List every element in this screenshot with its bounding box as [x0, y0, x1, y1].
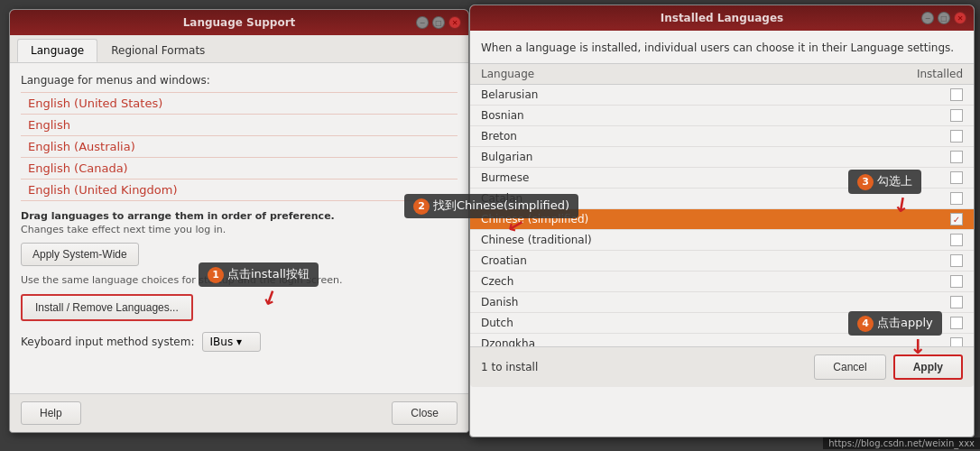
language-section-label: Language for menus and windows: [21, 74, 458, 87]
language-table-body[interactable]: BelarusianBosnianBretonBulgarianBurmeseC… [470, 85, 974, 346]
close-button-left[interactable]: ✕ [448, 16, 461, 29]
install-checkbox[interactable] [950, 337, 963, 346]
drag-sub: Changes take effect next time you log in… [21, 224, 458, 235]
install-checkbox[interactable] [950, 234, 963, 246]
keyboard-row: Keyboard input method system: IBus ▾ [21, 332, 458, 352]
language-name: Dzongkha [481, 337, 535, 346]
language-name: Belarusian [481, 88, 538, 101]
language-name: Chinese (traditional) [481, 234, 592, 246]
left-window-footer: Help Close [10, 393, 468, 432]
tab-regional-formats[interactable]: Regional Formats [97, 39, 218, 62]
language-name: Burmese [481, 171, 529, 184]
installed-languages-window: Installed Languages − □ ✕ When a languag… [469, 5, 975, 437]
right-window-footer: 1 to install Cancel Apply [470, 346, 974, 387]
language-name: Bulgarian [481, 151, 532, 163]
language-name: Bosnian [481, 109, 524, 122]
table-row[interactable]: Chinese (traditional) [470, 230, 974, 251]
desktop: Language Support − □ ✕ Language Regional… [0, 0, 980, 451]
keyboard-label: Keyboard input method system: [21, 336, 195, 348]
language-name: Chinese (simplified) [481, 213, 588, 226]
installed-col-header: Installed [917, 68, 963, 80]
apply-system-wide-button[interactable]: Apply System-Wide [21, 243, 139, 266]
language-name: Breton [481, 130, 517, 143]
minimize-button[interactable]: − [416, 16, 429, 29]
language-name: Dutch [481, 317, 513, 329]
close-button[interactable]: Close [392, 401, 458, 425]
install-checkbox[interactable] [950, 130, 963, 143]
table-header: Language Installed [470, 63, 974, 85]
left-window-content: Language for menus and windows: English … [10, 63, 468, 393]
maximize-button-right[interactable]: □ [938, 12, 950, 24]
install-checkbox[interactable] [950, 254, 963, 267]
use-same-label: Use the same language choices for startu… [21, 273, 458, 287]
info-text: When a language is installed, individual… [470, 31, 974, 63]
list-item[interactable]: English (Australia) [21, 136, 458, 158]
install-checkbox[interactable] [950, 171, 963, 184]
right-titlebar: Installed Languages − □ ✕ [470, 5, 974, 31]
table-row[interactable]: Danish [470, 292, 974, 313]
tab-bar: Language Regional Formats [10, 35, 468, 63]
install-checkbox[interactable] [950, 317, 963, 329]
url-bar: https://blog.csdn.net/weixin_xxx [823, 437, 980, 449]
language-list: English (United States) English English … [21, 92, 458, 201]
install-status: 1 to install [481, 361, 538, 373]
table-row[interactable]: Bulgarian [470, 147, 974, 168]
list-item[interactable]: English (United States) [21, 92, 458, 115]
right-window-buttons: − □ ✕ [921, 12, 966, 24]
minimize-button-right[interactable]: − [921, 12, 934, 24]
table-row[interactable]: Dutch [470, 313, 974, 334]
install-checkbox[interactable] [950, 151, 963, 163]
cancel-button[interactable]: Cancel [814, 354, 885, 380]
list-item[interactable]: English (United Kingdom) [21, 179, 458, 201]
install-checkbox[interactable]: ✓ [950, 213, 963, 226]
drag-note: Drag languages to arrange them in order … [21, 210, 458, 222]
language-name: Catalan [481, 192, 522, 205]
list-item[interactable]: English (Canada) [21, 158, 458, 179]
language-name: Danish [481, 296, 518, 308]
language-name: Croatian [481, 254, 527, 267]
language-col-header: Language [481, 68, 534, 80]
left-window-buttons: − □ ✕ [416, 16, 461, 29]
install-checkbox[interactable] [950, 109, 963, 122]
table-row[interactable]: Belarusian [470, 85, 974, 106]
language-support-window: Language Support − □ ✕ Language Regional… [9, 9, 469, 433]
install-checkbox[interactable] [950, 88, 963, 101]
close-button-right[interactable]: ✕ [954, 12, 966, 24]
apply-button[interactable]: Apply [893, 354, 963, 380]
maximize-button[interactable]: □ [432, 16, 445, 29]
table-row[interactable]: Croatian [470, 251, 974, 272]
keyboard-select[interactable]: IBus ▾ [202, 332, 261, 352]
right-window-title: Installed Languages [661, 12, 784, 24]
table-row[interactable]: Chinese (simplified)✓ [470, 209, 974, 230]
install-checkbox[interactable] [950, 192, 963, 205]
left-window-title: Language Support [183, 16, 296, 29]
table-row[interactable]: Dzongkha [470, 334, 974, 346]
table-row[interactable]: Burmese [470, 168, 974, 189]
install-checkbox[interactable] [950, 275, 963, 288]
install-checkbox[interactable] [950, 296, 963, 308]
left-titlebar: Language Support − □ ✕ [10, 10, 468, 35]
tab-language[interactable]: Language [17, 39, 97, 62]
install-remove-languages-button[interactable]: Install / Remove Languages... [21, 294, 193, 321]
help-button[interactable]: Help [21, 401, 81, 425]
language-name: Czech [481, 275, 513, 288]
footer-buttons: Cancel Apply [814, 354, 963, 380]
table-row[interactable]: Catalan [470, 189, 974, 209]
table-row[interactable]: Breton [470, 126, 974, 147]
table-row[interactable]: Bosnian [470, 106, 974, 126]
list-item[interactable]: English [21, 115, 458, 136]
table-row[interactable]: Czech [470, 272, 974, 292]
